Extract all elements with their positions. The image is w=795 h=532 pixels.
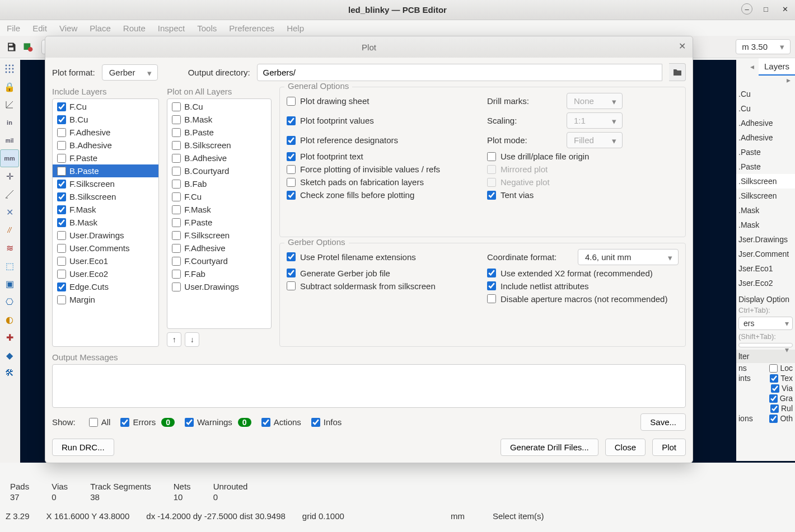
appearance-layer-item[interactable]: .Paste — [736, 145, 795, 159]
wrench-icon[interactable]: 🛠 — [0, 364, 19, 382]
include-layer-item[interactable]: F.Cu — [53, 100, 158, 113]
include-layer-item[interactable]: User.Eco1 — [53, 255, 158, 267]
include-layer-item[interactable]: F.Mask — [53, 203, 158, 216]
minimize-icon[interactable]: – — [741, 3, 752, 15]
general-opt-3[interactable]: Plot footprint text — [287, 152, 477, 161]
include-layer-item[interactable]: F.Paste — [53, 152, 158, 164]
appearance-layer-item[interactable]: Jser.Eco2 — [736, 276, 795, 290]
plotall-layer-item[interactable]: B.Silkscreen — [167, 139, 271, 152]
inches-icon[interactable]: in — [0, 114, 19, 131]
via-hole-icon[interactable]: ▣ — [0, 275, 19, 293]
active-layer-combo[interactable]: ers — [738, 317, 793, 330]
use-drill-origin-checkbox[interactable]: Use drill/place file origin — [487, 152, 679, 161]
run-drc-button[interactable]: Run DRC... — [52, 439, 114, 456]
plotall-layer-item[interactable]: F.Paste — [167, 216, 271, 229]
include-layers-list[interactable]: F.CuB.CuF.AdhesiveB.AdhesiveF.PasteB.Pas… — [52, 98, 159, 347]
output-dir-input[interactable] — [257, 64, 662, 81]
include-layer-item[interactable]: Edge.Cuts — [53, 280, 158, 293]
include-layer-item[interactable]: Margin — [53, 293, 158, 306]
include-layer-item[interactable]: B.Paste — [53, 164, 158, 177]
menu-file[interactable]: File — [7, 23, 20, 33]
plotall-layer-item[interactable]: F.Silkscreen — [167, 229, 271, 242]
appearance-layer-item[interactable]: Jser.Comment — [736, 247, 795, 261]
net-color-icon[interactable]: ✚ — [0, 328, 19, 346]
appearance-layer-item[interactable]: .Adhesive — [736, 130, 795, 145]
appearance-layer-item[interactable]: .Paste — [736, 159, 795, 174]
plotall-layer-item[interactable]: B.Adhesive — [167, 152, 271, 164]
ratsnest-curved-icon[interactable]: ✕ — [0, 203, 19, 221]
plot-all-layers-list[interactable]: B.CuB.MaskB.PasteB.SilkscreenB.AdhesiveB… — [167, 98, 272, 329]
general-opt-4[interactable]: Force plotting of invisible values / ref… — [287, 164, 477, 174]
menu-edit[interactable]: Edit — [32, 23, 47, 33]
appearance-layer-item[interactable]: .Adhesive — [736, 116, 795, 130]
pad-number-icon[interactable]: ⬚ — [0, 257, 19, 275]
include-layer-item[interactable]: B.Silkscreen — [53, 190, 158, 203]
include-layer-item[interactable]: F.Silkscreen — [53, 177, 158, 190]
plotall-layer-item[interactable]: F.Adhesive — [167, 242, 271, 255]
generate-drill-button[interactable]: Generate Drill Files... — [501, 439, 598, 456]
scaling-combo[interactable]: 1:1 — [567, 112, 623, 129]
polar-icon[interactable] — [0, 96, 19, 114]
lock-icon[interactable]: 🔒 — [0, 78, 19, 96]
general-opt-5[interactable]: Sketch pads on fabrication layers — [287, 177, 477, 187]
contrast-icon[interactable]: ◐ — [0, 310, 19, 328]
include-layer-item[interactable]: User.Eco2 — [53, 267, 158, 280]
gerber-opt-2[interactable]: Subtract soldermask from silkscreen — [287, 281, 477, 291]
plot-button[interactable]: Plot — [652, 439, 686, 456]
filter-checkbox[interactable]: Gra — [736, 393, 795, 403]
include-layer-item[interactable]: B.Adhesive — [53, 139, 158, 152]
outlines-icon[interactable]: ⫽ — [0, 221, 19, 239]
grid-dots-icon[interactable] — [0, 60, 19, 78]
general-opt-0[interactable]: Plot drawing sheet — [287, 96, 477, 106]
mirrored-plot-checkbox[interactable]: Mirrored plot — [487, 164, 679, 174]
close-window-icon[interactable]: ✕ — [779, 3, 791, 15]
appearance-layer-item[interactable]: .Cu — [736, 87, 795, 101]
plotall-layer-item[interactable]: F.Fab — [167, 267, 271, 280]
menu-inspect[interactable]: Inspect — [158, 23, 185, 33]
include-layer-item[interactable]: User.Comments — [53, 242, 158, 255]
menu-help[interactable]: Help — [287, 23, 304, 33]
disable-aperture-checkbox[interactable]: Disable aperture macros (not recommended… — [487, 294, 679, 304]
tent-vias-checkbox[interactable]: Tent vias — [487, 190, 679, 200]
move-down-button[interactable]: ↓ — [185, 332, 199, 347]
general-opt-6[interactable]: Check zone fills before plotting — [287, 190, 477, 200]
menu-tools[interactable]: Tools — [197, 23, 217, 33]
browse-folder-button[interactable] — [669, 63, 686, 81]
x2-format-checkbox[interactable]: Use extended X2 format (recommended) — [487, 269, 679, 278]
plotall-layer-item[interactable]: User.Drawings — [167, 280, 271, 293]
menu-view[interactable]: View — [59, 23, 77, 33]
plotall-layer-item[interactable]: B.Courtyard — [167, 164, 271, 177]
menu-preferences[interactable]: Preferences — [229, 23, 274, 33]
appearance-layer-item[interactable]: .Mask — [736, 218, 795, 232]
ratsnest-icon[interactable] — [0, 185, 19, 203]
appearance-layer-item[interactable]: Jser.Eco1 — [736, 261, 795, 276]
layers-manager-icon[interactable]: ◆ — [0, 346, 19, 364]
include-layer-item[interactable]: User.Drawings — [53, 229, 158, 242]
filter-checkbox[interactable]: ionsOth — [736, 413, 795, 423]
maximize-icon[interactable]: □ — [760, 3, 771, 15]
filter-checkbox[interactable]: nsLoc — [736, 363, 795, 373]
inactive-layer-combo[interactable] — [738, 343, 793, 347]
track-outline-icon[interactable]: ⎔ — [0, 293, 19, 310]
show-actions-checkbox[interactable]: Actions — [261, 417, 301, 427]
netlist-attrs-checkbox[interactable]: Include netlist attributes — [487, 281, 679, 291]
save-icon[interactable] — [4, 40, 18, 54]
menu-route[interactable]: Route — [123, 23, 146, 33]
save-messages-button[interactable]: Save... — [640, 413, 686, 431]
include-layer-item[interactable]: F.Adhesive — [53, 126, 158, 139]
appearance-layer-item[interactable]: Jser.Drawings — [736, 232, 795, 247]
cursor-full-icon[interactable]: ✛ — [0, 167, 19, 185]
gerber-opt-0[interactable]: Use Protel filename extensions — [287, 252, 477, 262]
plotall-layer-item[interactable]: B.Fab — [167, 177, 271, 190]
coord-format-combo[interactable]: 4.6, unit mm — [578, 249, 679, 265]
drill-marks-combo[interactable]: None — [567, 93, 623, 109]
menu-place[interactable]: Place — [90, 23, 111, 33]
filter-checkbox[interactable]: Rul — [736, 403, 795, 413]
filter-checkbox[interactable]: Via — [736, 383, 795, 393]
appearance-layer-item[interactable]: .Mask — [736, 203, 795, 218]
appearance-layer-item[interactable]: .Silkscreen — [736, 174, 795, 189]
filter-checkbox[interactable]: intsTex — [736, 373, 795, 383]
gerber-opt-1[interactable]: Generate Gerber job file — [287, 269, 477, 278]
general-opt-1[interactable]: Plot footprint values — [287, 116, 477, 125]
plotall-layer-item[interactable]: F.Cu — [167, 190, 271, 203]
